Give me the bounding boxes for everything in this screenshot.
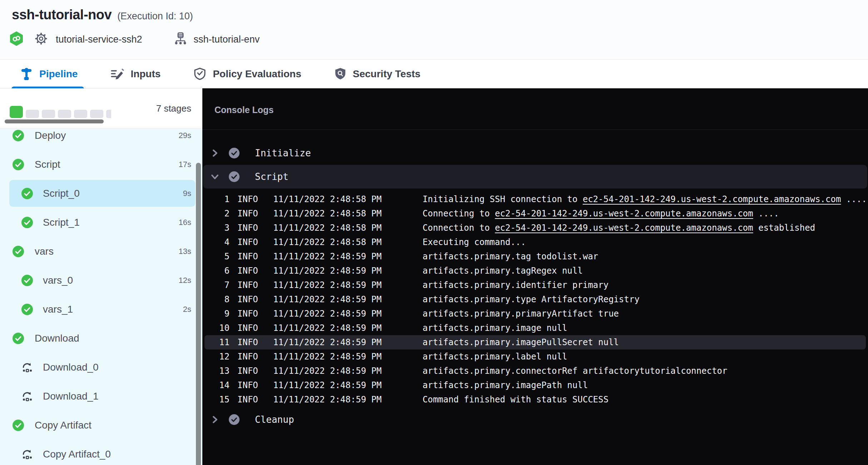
stage-label: Download_0 [43,362,99,373]
stage-label: Script_1 [43,217,80,228]
log-text: artifacts.primary.identifier primary [423,280,608,290]
log-line-9[interactable]: 9INFO11/11/2022 2:48:59 PMartifacts.prim… [202,307,868,321]
stage-row-vars_1[interactable]: vars_12s [0,295,202,324]
log-text: .... [753,209,779,219]
log-timestamp: 11/11/2022 2:48:59 PM [273,280,383,290]
log-timestamp: 11/11/2022 2:48:59 PM [273,294,383,304]
log-line-3[interactable]: 3INFO11/11/2022 2:48:58 PMConnection to … [202,221,868,235]
stage-row-download_1[interactable]: Download_1 [0,382,202,411]
stage-label: Copy Artifact [35,420,92,431]
stage-label: Deploy [35,130,66,141]
log-section-script[interactable]: Script [202,165,868,189]
stage-row-script[interactable]: Script17s [0,150,202,179]
log-level: INFO [237,209,259,219]
stage-row-vars[interactable]: vars13s [0,237,202,266]
policy-icon [193,67,206,81]
log-message: Connecting to ec2-54-201-142-249.us-west… [423,209,779,219]
environment-name[interactable]: ssh-tutorial-env [194,34,260,45]
section-success-icon [229,148,240,158]
stage-progress-square [58,110,71,118]
log-text: Command finished with status SUCCESS [423,395,608,405]
stage-duration: 17s [179,160,191,169]
log-line-7[interactable]: 7INFO11/11/2022 2:48:59 PMartifacts.prim… [202,278,868,292]
log-line-6[interactable]: 6INFO11/11/2022 2:48:59 PMartifacts.prim… [202,264,868,278]
chevron-down-icon[interactable] [210,172,220,181]
success-check-icon [13,420,24,431]
log-level: INFO [237,366,259,376]
console-logs-title: Console Logs [214,105,273,115]
log-timestamp: 11/11/2022 2:48:59 PM [273,251,383,261]
console-panel: Console Logs Initialize Script1INFO11/11… [202,88,868,465]
stage-duration: 9s [183,189,191,198]
log-line-1[interactable]: 1INFO11/11/2022 2:48:58 PMInitializing S… [202,192,868,206]
service-name[interactable]: tutorial-service-ssh2 [56,34,142,45]
log-line-14[interactable]: 14INFO11/11/2022 2:48:59 PMartifacts.pri… [202,378,868,392]
log-timestamp: 11/11/2022 2:48:58 PM [273,223,383,233]
stage-list: Deploy29s Script17s Script_09s Script_11… [0,129,202,465]
stage-duration: 12s [179,276,191,285]
section-success-icon [229,171,240,182]
section-label: Script [255,171,288,182]
stage-row-download[interactable]: Download [0,324,202,353]
host-link[interactable]: ec2-54-201-142-249.us-west-2.compute.ama… [583,194,841,204]
stage-row-deploy[interactable]: Deploy29s [0,129,202,150]
tab-inputs[interactable]: Inputs [110,68,161,80]
log-text: Connecting to [423,209,495,219]
log-line-11[interactable]: 11INFO11/11/2022 2:48:59 PMartifacts.pri… [202,335,868,349]
log-message: artifacts.primary.tag todolist.war [423,251,598,261]
host-link[interactable]: ec2-54-201-142-249.us-west-2.compute.ama… [495,223,753,233]
stage-progress-square [90,110,103,118]
horizontal-scrollbar[interactable] [5,119,104,123]
log-line-12[interactable]: 12INFO11/11/2022 2:48:59 PMartifacts.pri… [202,349,868,364]
log-message: artifacts.primary.imagePullSecret null [423,337,619,347]
log-line-2[interactable]: 2INFO11/11/2022 2:48:58 PMConnecting to … [202,206,868,221]
log-line-10[interactable]: 10INFO11/11/2022 2:48:59 PMartifacts.pri… [202,321,868,335]
log-text: .... [841,194,867,204]
stage-label: vars [35,246,54,257]
success-check-icon [21,188,33,199]
stage-label: vars_1 [43,304,73,315]
log-section-initialize[interactable]: Initialize [202,141,868,165]
log-line-5[interactable]: 5INFO11/11/2022 2:48:59 PMartifacts.prim… [202,249,868,264]
line-number: 4 [202,237,230,247]
log-timestamp: 11/11/2022 2:48:59 PM [273,337,383,347]
log-text: artifacts.primary.tag todolist.war [423,251,598,261]
stage-row-script_0[interactable]: Script_09s [0,179,202,208]
stage-progress-squares [10,106,111,118]
log-level: INFO [237,294,259,304]
tab-pipeline[interactable]: Pipeline [20,67,78,81]
log-timestamp: 11/11/2022 2:48:58 PM [273,194,383,204]
log-section-cleanup[interactable]: Cleanup [202,408,868,431]
stage-row-script_1[interactable]: Script_116s [0,208,202,237]
log-message: artifacts.primary.identifier primary [423,280,608,290]
host-link[interactable]: ec2-54-201-142-249.us-west-2.compute.ama… [495,209,753,219]
log-line-8[interactable]: 8INFO11/11/2022 2:48:59 PMartifacts.prim… [202,292,868,307]
log-message: artifacts.primary.label null [423,352,567,362]
main-content: 7 stages Deploy29s Script17s Script_09s … [0,88,868,465]
stage-row-copy-artifact[interactable]: Copy Artifact [0,411,202,440]
sidebar-scrollbar[interactable] [196,163,201,465]
log-level: INFO [237,309,259,319]
log-line-4[interactable]: 4INFO11/11/2022 2:48:58 PMExecuting comm… [202,235,868,249]
log-level: INFO [237,194,259,204]
log-line-13[interactable]: 13INFO11/11/2022 2:48:59 PMartifacts.pri… [202,364,868,378]
log-message: artifacts.primary.tagRegex null [423,266,583,276]
stage-duration: 2s [183,305,191,314]
tab-security-tests[interactable]: Security Tests [334,67,420,81]
chevron-right-icon[interactable] [210,148,220,158]
log-level: INFO [237,223,259,233]
log-text: Executing command... [423,237,526,247]
stage-row-vars_0[interactable]: vars_012s [0,266,202,295]
console-body: Initialize Script1INFO11/11/2022 2:48:58… [202,130,868,465]
retry-group-icon [21,391,33,402]
log-line-15[interactable]: 15INFO11/11/2022 2:48:59 PMCommand finis… [202,392,868,407]
tab-policy-evaluations[interactable]: Policy Evaluations [193,67,301,81]
stage-row-download_0[interactable]: Download_0 [0,353,202,382]
success-check-icon [21,304,33,315]
page-title: ssh-tutorial-nov [12,7,112,23]
success-check-icon [21,217,33,228]
stage-row-copy-artifact_0[interactable]: Copy Artifact_0 [0,440,202,465]
line-number: 10 [202,323,230,333]
chevron-right-icon[interactable] [210,415,220,424]
stage-progress-square [26,110,39,118]
